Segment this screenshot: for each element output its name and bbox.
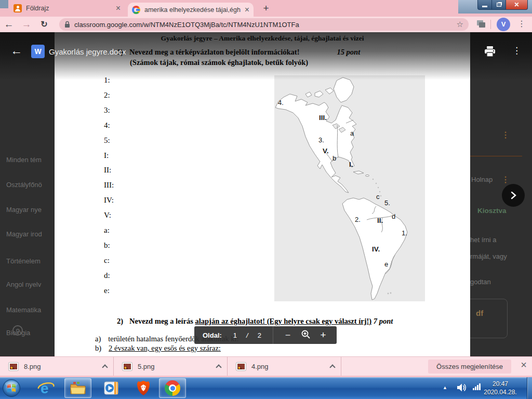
map-label: 4. <box>278 99 284 107</box>
window-controls: ✕ <box>477 0 528 10</box>
download-filename: 8.png <box>24 363 103 370</box>
browser-menu-icon[interactable]: ⋮ <box>517 19 526 29</box>
chevron-up-icon[interactable] <box>216 364 221 370</box>
toolbar-divider <box>490 20 491 29</box>
map-label: 2. <box>355 216 361 223</box>
help-icon: ? <box>12 325 23 336</box>
blank-line: a: <box>104 223 114 238</box>
taskbar-clock[interactable]: 20:47 2020.04.28. <box>478 380 523 396</box>
question-1: 1)Nevezd meg a térképvázlaton bejelölt i… <box>117 48 360 57</box>
blank-line: 2: <box>104 88 114 103</box>
profile-avatar[interactable]: V <box>497 18 510 31</box>
tray-expand-icon[interactable]: ▲ <box>443 385 447 390</box>
pager-divider <box>273 326 273 344</box>
google-favicon-icon <box>132 6 140 14</box>
points-label: 15 pont <box>337 48 360 56</box>
item-letter: b) <box>95 344 101 352</box>
question-text: Nevezd meg a térképvázlaton bejelölt inf… <box>129 48 299 56</box>
lock-icon <box>64 21 70 28</box>
folder-icon <box>70 381 86 395</box>
sidebar-item-magyar-nyelv: Magyar nye <box>6 206 55 214</box>
americas-map: 4.III.a3.V.bI.c5.2.II.d1.IV.e <box>274 75 425 301</box>
back-icon[interactable]: ← <box>0 17 18 32</box>
map-label: a <box>350 129 354 137</box>
tab-close-icon[interactable]: × <box>116 4 121 12</box>
bookmark-star-icon[interactable]: ☆ <box>457 20 463 29</box>
chevron-up-icon[interactable] <box>102 364 108 370</box>
zoom-in-button[interactable]: + <box>317 329 329 341</box>
page-separator: / <box>246 331 248 339</box>
tab-close-icon[interactable]: × <box>245 6 249 14</box>
sidebar-item-angol-nyelv: Angol nyelv <box>6 281 55 288</box>
divider <box>470 156 522 156</box>
question-text: Nevezd meg a leírás <box>129 317 195 325</box>
taskbar: e <box>0 377 532 399</box>
tab-foldrajz[interactable]: Földrajz × <box>9 0 125 17</box>
chrome-icon <box>165 380 180 396</box>
clock-date: 2020.04.28. <box>478 388 523 396</box>
map-label: I. <box>349 161 353 168</box>
zoom-magnifier-icon[interactable] <box>299 329 313 341</box>
download-filename: 5.png <box>138 363 217 370</box>
snippet-text: het írni a <box>470 236 497 244</box>
chevron-up-icon[interactable] <box>329 364 335 370</box>
map-label: c <box>376 193 380 201</box>
map-outline <box>274 75 425 301</box>
taskbar-item-explorer[interactable] <box>64 378 91 398</box>
map-label: 3. <box>318 136 324 144</box>
map-label: 5. <box>384 199 390 207</box>
sidebar-item-minden-tema: Minden tém <box>6 156 55 164</box>
clock-time: 20:47 <box>478 380 523 388</box>
viewer-back-icon[interactable]: ← <box>10 44 22 58</box>
taskbar-item-chrome[interactable] <box>159 378 186 398</box>
map-label: IV. <box>372 245 380 253</box>
forward-icon[interactable]: → <box>18 17 35 32</box>
viewer-area: Minden tém Osztályfőnö Magyar nye Magyar… <box>0 32 532 356</box>
restore-button[interactable] <box>492 0 506 10</box>
taskbar-item-internet-explorer[interactable]: e <box>32 378 59 398</box>
address-bar[interactable]: classroom.google.com/w/NTM4NzE1OTQ3MjBa/… <box>59 18 469 31</box>
print-icon[interactable] <box>484 46 496 59</box>
reload-icon[interactable]: ↻ <box>35 17 53 32</box>
blank-line: 5: <box>104 133 114 148</box>
show-desktop-button[interactable] <box>527 377 532 399</box>
download-item[interactable]: 4.png <box>228 357 341 376</box>
download-item[interactable]: 8.png <box>0 357 113 376</box>
question-text-underlined: alapján az éghajlatot! (Egy helyre csak … <box>195 317 372 325</box>
taskbar-item-brave[interactable] <box>130 378 157 398</box>
map-label: e <box>384 260 388 268</box>
downloads-close-icon[interactable]: × <box>521 359 527 371</box>
gallery-extension-icon[interactable] <box>477 20 486 28</box>
start-button[interactable] <box>2 379 21 399</box>
tab-amerika-active[interactable]: amerika elhelyezkedése tájai,égh × <box>128 3 254 17</box>
downloads-divider <box>341 357 341 376</box>
show-all-downloads-button[interactable]: Összes megjelenítése <box>428 360 511 374</box>
attachment-card-dimmed: df <box>470 299 508 338</box>
media-player-icon <box>103 381 119 395</box>
classroom-sidebar-dimmed: Minden tém Osztályfőnö Magyar nye Magyar… <box>0 32 55 356</box>
zoom-out-button[interactable]: − <box>282 330 294 341</box>
item-text: 2 évszak van, egy esős és egy száraz: <box>109 344 221 352</box>
download-item[interactable]: 5.png <box>114 357 227 376</box>
question-number: 1) <box>117 48 123 56</box>
item-letter: a) <box>95 335 101 343</box>
minimize-button[interactable] <box>477 0 492 10</box>
downloads-bar: 8.png 5.png 4.png Össze <box>0 356 532 376</box>
volume-icon[interactable] <box>457 383 467 394</box>
snippet-text: rmáját, vagy <box>470 252 507 260</box>
blank-line: c: <box>104 253 114 268</box>
taskbar-item-media-player[interactable] <box>98 378 125 398</box>
map-label: b <box>332 154 336 162</box>
document-page: Gyakorlás jegyre – Amerika elhelyezkedés… <box>55 32 470 356</box>
next-page-button[interactable] <box>502 184 525 207</box>
blank-line: III: <box>104 178 114 193</box>
document-title: Gyakorlás jegyre – Amerika elhelyezkedés… <box>55 34 470 43</box>
blank-line: d: <box>104 268 114 283</box>
new-tab-button[interactable]: + <box>260 3 272 15</box>
map-label: III. <box>319 114 327 122</box>
page-toolbar: Oldal: 1 / 2 − + <box>194 326 337 344</box>
close-button[interactable]: ✕ <box>506 0 528 10</box>
viewer-menu-icon[interactable]: ⋮ <box>512 45 521 56</box>
brave-icon <box>136 380 151 396</box>
current-page[interactable]: 1 <box>233 331 237 339</box>
